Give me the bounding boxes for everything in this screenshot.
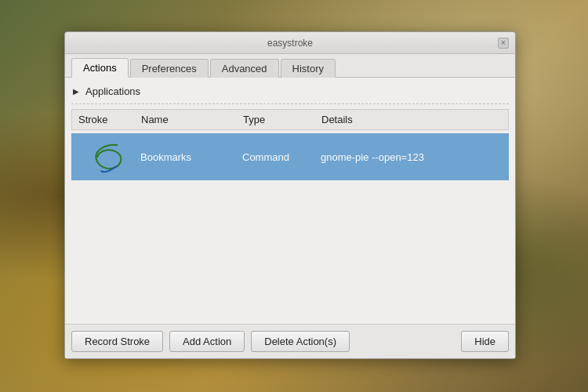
col-name: Name bbox=[138, 112, 240, 127]
table-body: Bookmarks Command gnome-pie --open=123 bbox=[71, 133, 509, 318]
hide-button[interactable]: Hide bbox=[461, 331, 509, 352]
applications-label: Applications bbox=[85, 85, 140, 97]
close-icon: × bbox=[501, 38, 506, 47]
delete-action-button[interactable]: Delete Action(s) bbox=[251, 331, 350, 352]
tab-actions[interactable]: Actions bbox=[71, 58, 129, 78]
app-window: easystroke × Actions Preferences Advance… bbox=[64, 31, 516, 359]
col-details: Details bbox=[318, 112, 505, 127]
tab-history[interactable]: History bbox=[281, 59, 336, 78]
table-row[interactable]: Bookmarks Command gnome-pie --open=123 bbox=[71, 133, 509, 180]
type-cell: Command bbox=[239, 150, 318, 165]
close-button[interactable]: × bbox=[498, 38, 509, 49]
titlebar: easystroke × bbox=[65, 32, 515, 54]
tabs-bar: Actions Preferences Advanced History bbox=[65, 54, 515, 78]
stroke-cell bbox=[74, 137, 137, 176]
add-action-button[interactable]: Add Action bbox=[169, 331, 245, 352]
col-type: Type bbox=[240, 112, 318, 127]
record-stroke-button[interactable]: Record Stroke bbox=[71, 331, 163, 352]
expand-arrow-icon: ▶ bbox=[71, 87, 81, 96]
tab-advanced[interactable]: Advanced bbox=[210, 59, 279, 78]
name-cell: Bookmarks bbox=[137, 150, 239, 165]
footer: Record Stroke Add Action Delete Action(s… bbox=[65, 324, 515, 358]
tab-preferences[interactable]: Preferences bbox=[130, 59, 209, 78]
table-header: Stroke Name Type Details bbox=[71, 109, 509, 130]
col-stroke: Stroke bbox=[75, 112, 138, 127]
window-title: easystroke bbox=[267, 38, 313, 49]
stroke-drawing bbox=[82, 137, 129, 176]
applications-row[interactable]: ▶ Applications bbox=[71, 84, 509, 99]
main-content: ▶ Applications Stroke Name Type Details … bbox=[65, 78, 515, 324]
separator bbox=[71, 103, 509, 104]
details-cell: gnome-pie --open=123 bbox=[318, 150, 506, 165]
